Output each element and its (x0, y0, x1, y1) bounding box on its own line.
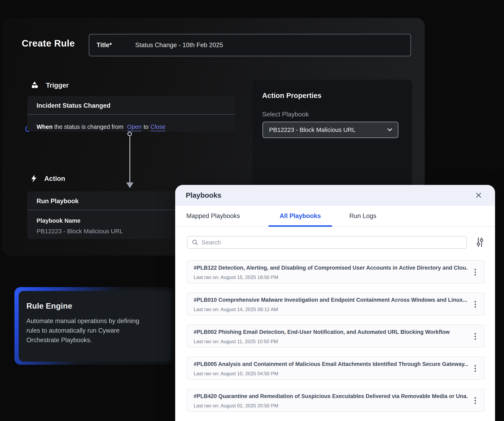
search-input[interactable] (202, 239, 456, 246)
action-heading: Action (44, 175, 65, 183)
playbook-item-last-ran: Last ran on: August 15, 2025 16:50 PM (194, 274, 278, 280)
playbook-item-name: #PLB122 Detection, Alerting, and Disabli… (194, 265, 468, 271)
playbook-item-name: #PLB010 Comprehensive Malware Investigat… (194, 297, 468, 303)
status-from-link[interactable]: Open (127, 124, 141, 130)
kebab-menu-icon[interactable] (472, 364, 478, 373)
chevron-down-icon (387, 128, 392, 131)
playbook-item-last-ran: Last ran on: August 02, 2025 20:50 PM (194, 403, 278, 409)
condition-text: the status is changed from (53, 124, 123, 130)
tab-mapped-playbooks[interactable]: Mapped Playbooks (186, 206, 240, 226)
condition-to-text: to (144, 124, 148, 130)
connector-arrowhead-icon (126, 183, 133, 188)
close-icon[interactable] (475, 192, 482, 199)
connector-start-node (127, 132, 132, 136)
rule-title-input[interactable]: Title* Status Change - 10th Feb 2025 (89, 34, 411, 56)
divider (27, 114, 235, 115)
playbooks-tab-bar: Mapped Playbooks All Playbooks Run Logs (175, 206, 495, 227)
rule-engine-card: Rule Engine Automate manual operations b… (19, 291, 170, 362)
page-title: Create Rule (22, 38, 75, 49)
trigger-section-header: Trigger (30, 81, 69, 90)
bolt-icon (31, 174, 37, 183)
trigger-heading: Trigger (46, 82, 69, 89)
kebab-menu-icon[interactable] (472, 332, 478, 341)
search-row (175, 227, 495, 257)
tab-all-playbooks[interactable]: All Playbooks (269, 206, 332, 226)
title-label: Title* (96, 42, 112, 49)
condition-when: When (36, 124, 53, 130)
filter-sliders-icon[interactable] (475, 237, 485, 248)
trigger-condition: When the status is changed from OpentoCl… (36, 124, 235, 130)
tab-run-logs[interactable]: Run Logs (349, 206, 376, 226)
playbook-select-value: PB12223 - Block Malicious URL (269, 126, 355, 133)
connector-line (129, 136, 130, 183)
search-icon (192, 239, 198, 246)
kebab-menu-icon[interactable] (472, 300, 478, 309)
playbook-list-item[interactable]: #PLB010 Comprehensive Malware Investigat… (186, 292, 484, 315)
shapes-icon (30, 81, 39, 90)
action-properties-heading: Action Properties (262, 91, 412, 100)
playbook-list-item[interactable]: #PLB122 Detection, Alerting, and Disabli… (186, 260, 484, 284)
active-tab-underline (269, 225, 332, 227)
rule-engine-title: Rule Engine (26, 302, 170, 310)
playbook-item-last-ran: Last ran on: August 14, 2025 08:12 AM (194, 307, 278, 312)
playbooks-modal: Playbooks Mapped Playbooks All Playbooks… (175, 185, 495, 421)
playbooks-modal-title: Playbooks (186, 191, 221, 199)
kebab-menu-icon[interactable] (472, 268, 478, 277)
status-to-link[interactable]: Close (150, 124, 165, 130)
select-playbook-label: Select Playbook (262, 111, 412, 118)
tab-all-playbooks-label: All Playbooks (280, 212, 321, 220)
playbook-item-name: #PLB420 Quarantine and Remediation of Su… (194, 393, 468, 399)
playbook-item-last-ran: Last ran on: August 10, 2025 04:50 PM (194, 371, 278, 377)
trigger-card-title: Incident Status Changed (36, 102, 235, 109)
action-section-header: Action (31, 174, 65, 183)
playbook-list-item[interactable]: #PLB002 Phishing Email Detection, End-Us… (186, 325, 484, 348)
playbooks-modal-header: Playbooks (175, 185, 495, 206)
rule-engine-description: Automate manual operations by defining r… (26, 316, 140, 345)
playbook-item-name: #PLB002 Phishing Email Detection, End-Us… (194, 329, 468, 335)
playbook-list-item[interactable]: #PLB420 Quarantine and Remediation of Su… (186, 389, 484, 412)
playbook-select-dropdown[interactable]: PB12223 - Block Malicious URL (263, 122, 398, 138)
page-background: Create Rule Title* Status Change - 10th … (0, 0, 504, 421)
kebab-menu-icon[interactable] (472, 396, 478, 405)
title-value: Status Change - 10th Feb 2025 (135, 42, 223, 49)
playbook-item-last-ran: Last ran on: August 11, 2025 10:50 PM (194, 339, 278, 344)
trigger-card[interactable]: Incident Status Changed When the status … (27, 96, 235, 131)
search-box[interactable] (187, 236, 467, 249)
playbook-item-name: #PLB005 Analysis and Containment of Mali… (194, 361, 468, 367)
action-properties-panel: Action Properties Select Playbook PB1222… (252, 80, 412, 193)
playbook-list-item[interactable]: #PLB005 Analysis and Containment of Mali… (186, 356, 484, 380)
